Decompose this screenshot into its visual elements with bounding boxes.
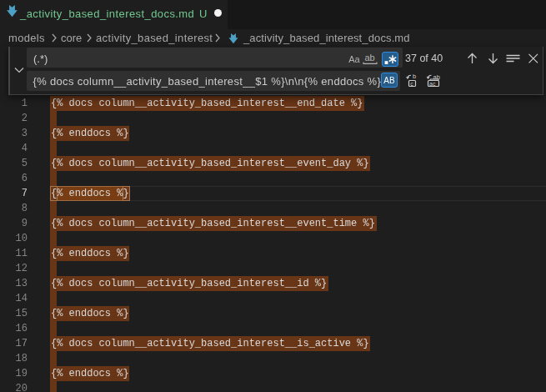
svg-text:ac: ac — [429, 81, 436, 87]
svg-text:ab: ab — [365, 53, 375, 63]
svg-text:c: c — [410, 81, 413, 87]
svg-text:b: b — [413, 73, 416, 80]
